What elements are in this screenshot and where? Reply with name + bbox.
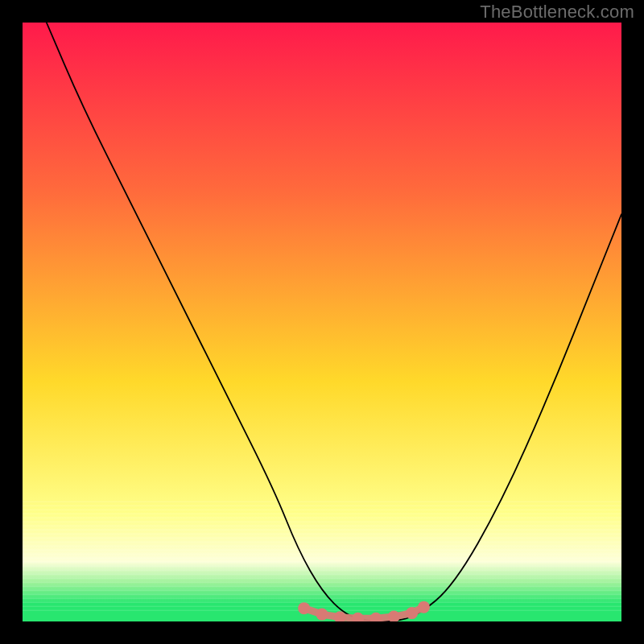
optimal-zone-dot: [298, 602, 310, 614]
chart-svg: [23, 23, 621, 621]
watermark-text: TheBottleneck.com: [480, 2, 634, 23]
optimal-zone-dot: [406, 607, 418, 619]
optimal-zone-dot: [316, 609, 328, 621]
svg-rect-0: [23, 23, 621, 621]
chart-frame: TheBottleneck.com: [0, 0, 644, 644]
optimal-zone-dot: [418, 601, 430, 613]
plot-area: [23, 23, 621, 621]
